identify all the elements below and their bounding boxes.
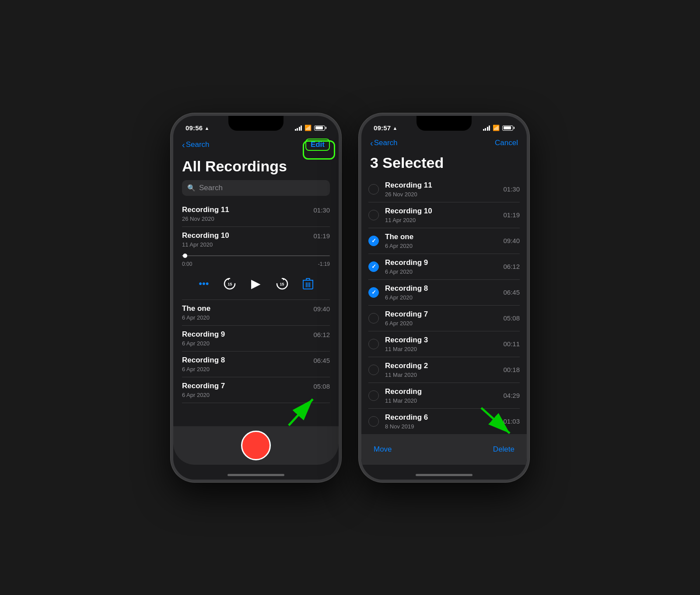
record-bar-1: [173, 426, 339, 465]
nav-bar-2: ‹ Search Cancel: [361, 138, 527, 151]
recording-date: 11 Apr 2020: [182, 241, 313, 248]
delete-button-2[interactable]: Delete: [493, 445, 514, 454]
home-indicator-2: [361, 465, 527, 480]
recordings-list-1: Recording 11 26 Nov 2020 01:30 Recording…: [173, 201, 339, 426]
list-item-expanded[interactable]: Recording 10 11 Apr 2020 01:19: [182, 227, 330, 300]
check-circle[interactable]: [368, 390, 379, 401]
back-label-1: Search: [186, 140, 210, 149]
selection-item[interactable]: Recording 3 11 Mar 2020 00:11: [368, 331, 520, 357]
sel-duration: 00:18: [503, 366, 520, 373]
list-item[interactable]: Recording 8 6 Apr 2020 06:45: [182, 351, 330, 377]
delete-button-1[interactable]: [298, 274, 318, 293]
recording-name: Recording 7: [182, 382, 313, 390]
selection-item[interactable]: The one 6 Apr 2020 09:40: [368, 228, 520, 254]
list-item[interactable]: The one 6 Apr 2020 09:40: [182, 300, 330, 326]
status-time-2: 09:57: [374, 124, 391, 132]
sel-duration: 05:08: [503, 314, 520, 322]
sel-name: Recording 9: [385, 258, 497, 267]
sel-duration: 01:30: [503, 185, 520, 193]
selection-item[interactable]: Recording 6 8 Nov 2019 01:03: [368, 409, 520, 434]
check-circle-checked[interactable]: [368, 236, 379, 246]
edit-button-1[interactable]: Edit: [305, 139, 330, 151]
recording-date: 6 Apr 2020: [182, 340, 313, 347]
phone-screen-2: 09:57 ▲ 📶 ‹ Search: [361, 116, 527, 480]
bottom-action-bar-2: Move Delete: [361, 434, 527, 465]
skip-forward-label: 15: [280, 282, 284, 286]
sel-date: 11 Mar 2020: [385, 372, 497, 378]
sel-duration: 00:11: [503, 340, 520, 348]
location-icon-2: ▲: [392, 125, 397, 131]
cancel-button-2[interactable]: Cancel: [495, 139, 518, 147]
selection-item[interactable]: Recording 9 6 Apr 2020 06:12: [368, 254, 520, 280]
check-circle[interactable]: [368, 184, 379, 195]
playback-section: 0:00 -1:19 •••: [182, 248, 330, 299]
play-icon: ▶: [251, 276, 261, 291]
check-circle[interactable]: [368, 365, 379, 375]
move-button-2[interactable]: Move: [374, 445, 392, 454]
phone-frame-1: 09:56 ▲ 📶 ‹ Search: [171, 113, 341, 482]
battery-icon-1: [314, 125, 326, 131]
sel-duration: 06:45: [503, 289, 520, 296]
skip-back-button[interactable]: 15: [220, 274, 239, 293]
skip-forward-button[interactable]: 15: [273, 274, 292, 293]
recording-duration: 05:08: [313, 382, 330, 390]
more-button[interactable]: •••: [194, 274, 214, 293]
check-circle-checked[interactable]: [368, 261, 379, 272]
selection-item[interactable]: Recording 11 Mar 2020 04:29: [368, 383, 520, 409]
selection-item[interactable]: Recording 7 6 Apr 2020 05:08: [368, 306, 520, 331]
home-indicator-1: [173, 465, 339, 480]
selection-item[interactable]: Recording 10 11 Apr 2020 01:19: [368, 202, 520, 228]
search-icon-1: 🔍: [187, 184, 196, 192]
selection-item[interactable]: Recording 11 26 Nov 2020 01:30: [368, 177, 520, 202]
recording-duration: 09:40: [313, 304, 330, 313]
recording-name: Recording 9: [182, 330, 313, 339]
sel-name: Recording 8: [385, 284, 497, 293]
skip-back-label: 15: [228, 282, 232, 286]
play-button[interactable]: ▶: [246, 274, 266, 293]
sel-duration: 01:03: [503, 418, 520, 425]
time-end: -1:19: [318, 261, 330, 267]
page-title-1: All Recordings: [173, 154, 339, 180]
sel-name: Recording 6: [385, 413, 497, 422]
search-bar-1[interactable]: 🔍 Search: [182, 180, 330, 196]
list-item[interactable]: Recording 9 6 Apr 2020 06:12: [182, 326, 330, 351]
sel-date: 11 Apr 2020: [385, 217, 497, 223]
selected-title-2: 3 Selected: [361, 151, 527, 177]
more-icon: •••: [199, 278, 209, 289]
phone-frame-2: 09:57 ▲ 📶 ‹ Search: [359, 113, 529, 482]
home-bar-2: [416, 474, 472, 476]
status-time-1: 09:56: [186, 124, 203, 132]
list-item[interactable]: Recording 11 26 Nov 2020 01:30: [182, 201, 330, 227]
recording-date: 6 Apr 2020: [182, 314, 313, 321]
back-button-2[interactable]: ‹ Search: [370, 139, 398, 147]
check-circle[interactable]: [368, 210, 379, 220]
back-button-1[interactable]: ‹ Search: [182, 140, 210, 149]
location-icon-1: ▲: [204, 125, 209, 131]
selection-item[interactable]: Recording 8 6 Apr 2020 06:45: [368, 280, 520, 306]
progress-track[interactable]: [182, 255, 330, 256]
home-bar-1: [228, 474, 284, 476]
sel-duration: 01:19: [503, 211, 520, 219]
recording-name: Recording 10: [182, 231, 313, 240]
sel-date: 6 Apr 2020: [385, 243, 497, 249]
sel-name: Recording 2: [385, 362, 497, 370]
status-icons-2: 📶: [483, 125, 515, 131]
playback-controls: ••• 15 ▶: [182, 271, 330, 299]
sel-date: 11 Mar 2020: [385, 397, 497, 404]
chevron-left-icon-1: ‹: [182, 140, 185, 149]
record-button-1[interactable]: [241, 431, 271, 460]
phone-2: 09:57 ▲ 📶 ‹ Search: [359, 113, 529, 482]
list-item[interactable]: Recording 7 6 Apr 2020 05:08: [182, 377, 330, 403]
wifi-icon-1: 📶: [304, 125, 312, 131]
selection-item[interactable]: Recording 2 11 Mar 2020 00:18: [368, 357, 520, 383]
sel-date: 8 Nov 2019: [385, 423, 497, 430]
phone-screen-1: 09:56 ▲ 📶 ‹ Search: [173, 116, 339, 480]
trash-icon: [303, 278, 313, 290]
chevron-left-icon-2: ‹: [370, 139, 373, 147]
search-placeholder-1: Search: [199, 184, 223, 192]
check-circle[interactable]: [368, 416, 379, 427]
check-circle[interactable]: [368, 313, 379, 324]
recording-duration: 06:45: [313, 356, 330, 364]
check-circle[interactable]: [368, 339, 379, 349]
check-circle-checked[interactable]: [368, 287, 379, 298]
